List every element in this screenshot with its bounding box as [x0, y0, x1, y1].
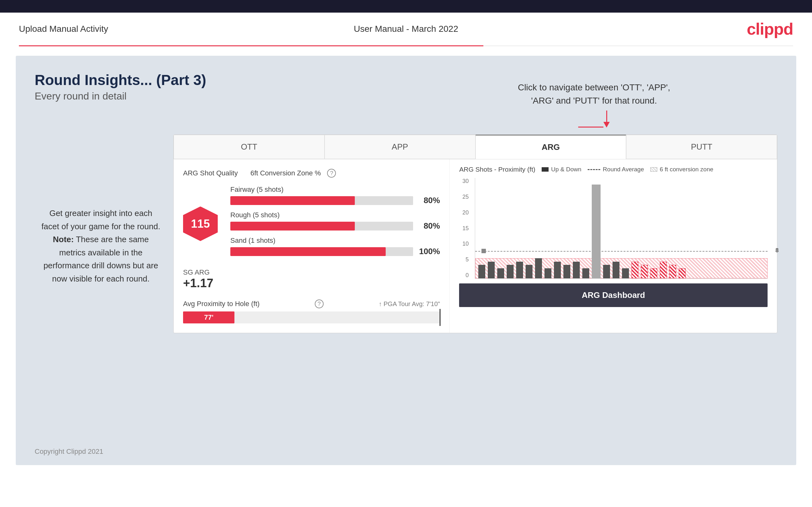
navigate-hint-line2: 'ARG' and 'PUTT' for that round.	[531, 96, 657, 106]
sg-value: +1.17	[183, 277, 440, 290]
legend-conversion-zone: 6 ft conversion zone	[650, 166, 713, 173]
bar-2	[488, 262, 495, 278]
arg-score-hexagon: 115	[183, 207, 218, 241]
footer: Copyright Clippd 2021	[35, 448, 103, 456]
upload-title: Upload Manual Activity	[19, 24, 108, 34]
proximity-header: Avg Proximity to Hole (ft) ? ↑ PGA Tour …	[183, 299, 440, 308]
rough-label: Rough (5 shots)	[230, 211, 440, 219]
legend-box-hatched	[650, 167, 657, 172]
right-panel-header: ARG Shots - Proximity (ft) Up & Down Rou…	[459, 166, 768, 173]
hexagon-value: 115	[191, 217, 210, 230]
fairway-bar-bg	[230, 196, 413, 205]
sand-bar-fill	[230, 247, 386, 256]
bar-h5	[669, 265, 676, 278]
header: Upload Manual Activity User Manual - Mar…	[0, 13, 812, 45]
y-label-5: 5	[462, 256, 468, 263]
shot-bars: Fairway (5 shots) 80% Rough (5 shots)	[230, 185, 440, 262]
bar-10	[563, 265, 570, 278]
bar-8	[545, 268, 551, 278]
copyright-text: Copyright Clippd 2021	[35, 448, 103, 455]
fairway-shot-row: Fairway (5 shots) 80%	[230, 185, 440, 205]
tab-putt[interactable]: PUTT	[626, 135, 777, 159]
bar-7	[535, 258, 542, 278]
panel-body: ARG Shot Quality 6ft Conversion Zone % ?…	[173, 159, 777, 333]
cursor-line	[440, 309, 441, 326]
sand-bar-bg	[230, 247, 413, 256]
y-label-20: 20	[462, 210, 468, 216]
header-divider	[19, 45, 793, 46]
rough-pct: 80%	[418, 221, 440, 231]
top-bar	[0, 0, 812, 13]
tab-arg[interactable]: ARG	[475, 135, 626, 159]
tab-app[interactable]: APP	[324, 135, 475, 159]
navigate-hint-line1: Click to navigate between 'OTT', 'APP',	[518, 82, 670, 92]
right-panel-title: ARG Shots - Proximity (ft)	[459, 166, 535, 173]
bar-1	[478, 265, 485, 278]
proximity-bar-bg: 77'	[183, 312, 440, 323]
y-label-30: 30	[462, 178, 468, 184]
chart-y-labels: 0 5 10 15 20 25 30	[462, 178, 468, 279]
bar-15	[622, 268, 629, 278]
arg-shot-quality-label: ARG Shot Quality	[183, 169, 238, 177]
fairway-bar-fill	[230, 196, 355, 205]
legend-round-avg: Round Average	[588, 166, 644, 173]
bar-9	[554, 262, 561, 278]
conversion-zone-label: 6ft Conversion Zone %	[251, 169, 321, 177]
dashed-avg-value: 8	[775, 247, 778, 254]
chart-container: 0 5 10 15 20 25 30 8	[475, 178, 768, 279]
bar-5	[516, 262, 523, 278]
y-label-10: 10	[462, 240, 468, 247]
fairway-label: Fairway (5 shots)	[230, 185, 440, 194]
sg-section: SG ARG +1.17	[183, 268, 440, 290]
bar-4	[507, 265, 514, 278]
legend-up-down-label: Up & Down	[551, 166, 581, 173]
left-panel: ARG Shot Quality 6ft Conversion Zone % ?…	[173, 159, 450, 333]
legend-conversion-label: 6 ft conversion zone	[660, 166, 713, 173]
bar-6	[525, 265, 532, 278]
tabs-row: OTT APP ARG PUTT	[173, 135, 777, 159]
sand-label: Sand (1 shots)	[230, 236, 440, 245]
legend-up-down: Up & Down	[542, 166, 581, 173]
y-label-25: 25	[462, 194, 468, 200]
bar-3	[497, 268, 504, 278]
legend-round-avg-label: Round Average	[603, 166, 644, 173]
bar-h1	[631, 262, 639, 278]
note-label: Note:	[53, 235, 74, 244]
sg-label: SG ARG	[183, 268, 440, 277]
pga-avg-label: ↑ PGA Tour Avg: 7'10"	[379, 300, 440, 308]
bar-11	[573, 262, 580, 278]
proximity-value: 77'	[183, 312, 235, 323]
legend-box-dark	[542, 167, 549, 172]
bar-13	[603, 265, 610, 278]
rough-bar-fill	[230, 222, 355, 230]
left-description: Get greater insight into each facet of y…	[41, 207, 161, 286]
bar-14	[613, 262, 619, 278]
proximity-label: Avg Proximity to Hole (ft)	[183, 300, 260, 308]
arg-dashboard-button[interactable]: ARG Dashboard	[459, 283, 768, 307]
bar-h3	[650, 268, 657, 278]
bar-h2	[641, 265, 648, 278]
bar-12	[582, 268, 589, 278]
chart-area: 8	[475, 178, 768, 279]
bar-h6	[679, 268, 686, 278]
tab-ott[interactable]: OTT	[173, 135, 324, 159]
y-label-15: 15	[462, 225, 468, 232]
chart-bars	[475, 178, 768, 278]
arg-shot-quality-header: ARG Shot Quality 6ft Conversion Zone % ?	[183, 169, 440, 178]
sand-pct: 100%	[418, 246, 440, 256]
help-icon[interactable]: ?	[327, 169, 336, 178]
navigate-hint: Click to navigate between 'OTT', 'APP', …	[518, 81, 670, 127]
proximity-section: Avg Proximity to Hole (ft) ? ↑ PGA Tour …	[183, 299, 440, 323]
y-label-0: 0	[462, 272, 468, 279]
proximity-help-icon[interactable]: ?	[315, 299, 323, 308]
arrow-indicator	[518, 111, 670, 127]
bar-tall	[592, 184, 601, 278]
hexagon-container: 115 Fairway (5 shots) 80%	[183, 185, 440, 262]
clippd-logo: clippd	[747, 19, 793, 39]
bar-h4	[660, 262, 667, 278]
sand-shot-row: Sand (1 shots) 100%	[230, 236, 440, 256]
proximity-bar-fill: 77'	[183, 312, 235, 323]
header-left: Upload Manual Activity	[19, 24, 108, 34]
rough-bar-bg	[230, 222, 413, 230]
dashboard-panel: OTT APP ARG PUTT ARG Shot Quality 6ft Co…	[173, 134, 777, 333]
